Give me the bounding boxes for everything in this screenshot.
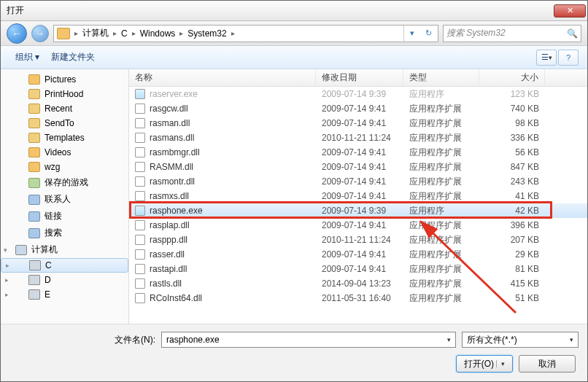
- sidebar-item-label: D: [45, 275, 51, 285]
- breadcrumb-seg[interactable]: 计算机: [80, 27, 112, 39]
- breadcrumb-seg[interactable]: Windows: [137, 28, 179, 39]
- col-name[interactable]: 名称: [129, 69, 316, 86]
- file-type: 应用程序: [403, 88, 479, 101]
- nav-forward-button[interactable]: →: [31, 25, 49, 42]
- file-row[interactable]: rasmans.dll2010-11-21 11:24应用程序扩展336 KB: [129, 130, 587, 145]
- file-name: rasser.dll: [150, 249, 185, 260]
- file-list[interactable]: raserver.exe2009-07-14 9:39应用程序123 KBras…: [129, 87, 587, 324]
- breadcrumb[interactable]: ▸ 计算机 ▸ C ▸ Windows ▸ System32 ▸ ▾ ↻: [53, 25, 438, 42]
- file-row[interactable]: rasppp.dll2010-11-21 11:24应用程序扩展207 KB: [129, 233, 587, 247]
- file-name: raserver.exe: [150, 89, 198, 99]
- file-row[interactable]: rasplap.dll2009-07-14 9:41应用程序扩展396 KB: [129, 218, 587, 233]
- file-row[interactable]: rasman.dll2009-07-14 9:41应用程序扩展98 KB: [129, 116, 587, 130]
- file-name: rasplap.dll: [150, 220, 190, 230]
- file-row[interactable]: RASMM.dll2009-07-14 9:41应用程序扩展847 KB: [129, 160, 587, 174]
- sidebar-item-label: E: [45, 289, 50, 300]
- file-date: 2009-07-14 9:41: [316, 118, 403, 128]
- filetype-filter[interactable]: 所有文件(*.*) ▾: [462, 332, 579, 348]
- file-icon: [135, 118, 145, 128]
- view-mode-button[interactable]: ☰▾: [536, 50, 557, 66]
- col-type[interactable]: 类型: [403, 69, 479, 86]
- file-size: 847 KB: [479, 162, 545, 172]
- file-name: rastls.dll: [150, 278, 182, 289]
- breadcrumb-seg[interactable]: System32: [185, 28, 229, 39]
- help-button[interactable]: ?: [558, 50, 579, 66]
- sidebar-item[interactable]: 保存的游戏: [1, 174, 128, 191]
- file-icon: [135, 89, 145, 99]
- dialog-body: PicturesPrintHoodRecentSendToTemplatesVi…: [1, 69, 587, 324]
- list-icon: ☰: [541, 52, 549, 62]
- file-date: 2009-07-14 9:41: [316, 104, 403, 114]
- sidebar-item[interactable]: PrintHood: [1, 87, 128, 101]
- sidebar[interactable]: PicturesPrintHoodRecentSendToTemplatesVi…: [1, 69, 129, 324]
- file-icon: [135, 220, 145, 230]
- filename-input[interactable]: rasphone.exe ▾: [161, 332, 456, 348]
- sidebar-item[interactable]: Templates: [1, 130, 128, 145]
- file-row[interactable]: rasphone.exe2009-07-14 9:39应用程序42 KB: [129, 203, 587, 218]
- file-size: 81 KB: [479, 264, 545, 274]
- file-icon: [135, 206, 145, 216]
- sidebar-item[interactable]: ▸C: [1, 258, 128, 273]
- chevron-down-icon: ▾: [496, 360, 505, 367]
- sidebar-item-label: 计算机: [31, 243, 58, 256]
- sidebar-item-label: Pictures: [45, 74, 76, 85]
- sidebar-item[interactable]: 搜索: [1, 225, 128, 241]
- nav-bar: ← → ▸ 计算机 ▸ C ▸ Windows ▸ System32 ▸ ▾ ↻…: [1, 21, 587, 46]
- folder-icon: [28, 74, 40, 85]
- file-name: rasppp.dll: [150, 235, 187, 245]
- close-button[interactable]: ✕: [554, 4, 586, 17]
- breadcrumb-seg[interactable]: C: [118, 28, 131, 39]
- filename-label: 文件名(N):: [9, 334, 155, 346]
- file-icon: [135, 264, 145, 274]
- col-date[interactable]: 修改日期: [316, 69, 403, 86]
- file-size: 56 KB: [479, 147, 545, 157]
- sidebar-item[interactable]: ▸D: [1, 273, 128, 287]
- file-date: 2009-07-14 9:41: [316, 249, 403, 260]
- expand-icon[interactable]: ▸: [5, 276, 12, 284]
- folder-blue-icon: [28, 228, 40, 238]
- file-date: 2009-07-14 9:41: [316, 264, 403, 274]
- file-icon: [135, 293, 145, 303]
- file-type: 应用程序扩展: [403, 249, 479, 261]
- file-type: 应用程序扩展: [403, 219, 479, 232]
- expand-icon[interactable]: ▸: [5, 291, 12, 298]
- file-row[interactable]: rasgcw.dll2009-07-14 9:41应用程序扩展740 KB: [129, 101, 587, 116]
- cancel-button[interactable]: 取消: [519, 355, 576, 373]
- search-input[interactable]: 搜索 System32 🔍: [443, 25, 581, 42]
- sidebar-item[interactable]: SendTo: [1, 116, 128, 130]
- dropdown-history-button[interactable]: ▾: [404, 26, 420, 42]
- nav-back-button[interactable]: ←: [7, 23, 27, 44]
- sidebar-item[interactable]: ▸E: [1, 287, 128, 302]
- expand-icon[interactable]: ▾: [4, 246, 11, 254]
- refresh-button[interactable]: ↻: [420, 26, 436, 42]
- file-name: rasgcw.dll: [150, 104, 188, 114]
- sidebar-item[interactable]: 联系人: [1, 191, 128, 208]
- organize-menu[interactable]: 组织 ▾: [9, 48, 45, 66]
- sidebar-item[interactable]: Pictures: [1, 72, 128, 87]
- new-folder-button[interactable]: 新建文件夹: [45, 48, 101, 66]
- file-row[interactable]: rastapi.dll2009-07-14 9:41应用程序扩展81 KB: [129, 262, 587, 276]
- file-date: 2009-07-14 9:39: [316, 89, 403, 99]
- file-size: 740 KB: [479, 104, 545, 114]
- file-row[interactable]: rastls.dll2014-09-04 13:23应用程序扩展415 KB: [129, 276, 587, 291]
- file-row[interactable]: RCoInst64.dll2011-05-31 16:40应用程序扩展51 KB: [129, 291, 587, 305]
- expand-icon[interactable]: ▸: [6, 262, 13, 269]
- sidebar-item-label: 搜索: [45, 227, 62, 239]
- open-button[interactable]: 打开(O) ▾: [456, 355, 513, 373]
- sidebar-item[interactable]: Recent: [1, 101, 128, 116]
- sidebar-item[interactable]: Videos: [1, 145, 128, 160]
- file-size: 41 KB: [479, 191, 545, 201]
- filter-value: 所有文件(*.*): [467, 334, 517, 346]
- file-row[interactable]: rasmbmgr.dll2009-07-14 9:41应用程序扩展56 KB: [129, 145, 587, 160]
- file-row[interactable]: rasser.dll2009-07-14 9:41应用程序扩展29 KB: [129, 247, 587, 262]
- file-row[interactable]: raserver.exe2009-07-14 9:39应用程序123 KB: [129, 87, 587, 101]
- col-size[interactable]: 大小: [479, 69, 545, 86]
- sidebar-item[interactable]: wzg: [1, 160, 128, 174]
- file-row[interactable]: rasmontr.dll2009-07-14 9:41应用程序扩展243 KB: [129, 174, 587, 189]
- sidebar-item[interactable]: ▾计算机: [1, 241, 128, 258]
- file-name: rastapi.dll: [150, 264, 187, 274]
- sidebar-item[interactable]: 链接: [1, 208, 128, 225]
- sidebar-item-label: PrintHood: [45, 89, 83, 99]
- file-row[interactable]: rasmxs.dll2009-07-14 9:41应用程序扩展41 KB: [129, 189, 587, 203]
- file-size: 336 KB: [479, 133, 545, 143]
